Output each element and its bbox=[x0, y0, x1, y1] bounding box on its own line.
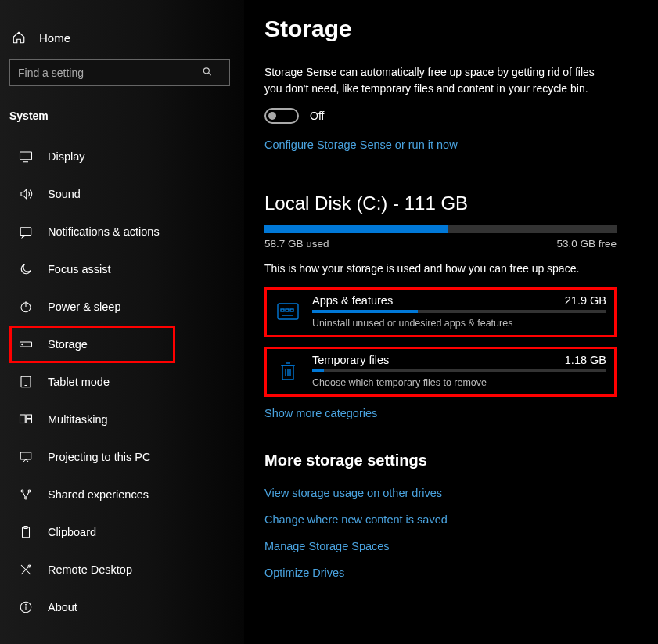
sidebar-item-sound[interactable]: Sound bbox=[9, 175, 235, 213]
remote-desktop-icon bbox=[18, 562, 34, 577]
view-storage-other-drives-link[interactable]: View storage usage on other drives bbox=[264, 487, 638, 499]
disk-free: 53.0 GB free bbox=[556, 238, 617, 250]
category-name: Apps & features bbox=[312, 294, 393, 307]
category-name: Temporary files bbox=[312, 354, 389, 366]
disk-heading: Local Disk (C:) - 111 GB bbox=[264, 192, 638, 214]
svg-rect-28 bbox=[281, 309, 284, 311]
sound-icon bbox=[18, 186, 34, 202]
disk-used: 58.7 GB used bbox=[264, 238, 329, 250]
sidebar-item-focus-assist[interactable]: Focus assist bbox=[9, 250, 235, 288]
trash-icon bbox=[275, 358, 301, 384]
storage-sense-toggle[interactable] bbox=[264, 108, 299, 124]
search-icon bbox=[202, 67, 213, 80]
sidebar-item-remote-desktop[interactable]: Remote Desktop bbox=[9, 551, 235, 588]
category-size: 21.9 GB bbox=[565, 294, 606, 307]
apps-icon bbox=[275, 298, 301, 325]
sidebar-item-display[interactable]: Display bbox=[9, 138, 235, 175]
sidebar-item-projecting[interactable]: Projecting to this PC bbox=[9, 438, 235, 476]
category-bar-fill bbox=[312, 369, 324, 372]
sidebar-item-power-sleep[interactable]: Power & sleep bbox=[9, 288, 235, 326]
optimize-drives-link[interactable]: Optimize Drives bbox=[264, 567, 638, 579]
shared-icon bbox=[18, 487, 34, 502]
svg-rect-15 bbox=[20, 452, 31, 459]
sidebar-item-label: Remote Desktop bbox=[48, 563, 132, 576]
change-content-save-link[interactable]: Change where new content is saved bbox=[264, 513, 638, 526]
sidebar-item-label: Sound bbox=[48, 188, 81, 200]
configure-storage-sense-link[interactable]: Configure Storage Sense or run it now bbox=[264, 139, 458, 151]
display-icon bbox=[18, 149, 34, 164]
disk-stats: 58.7 GB used 53.0 GB free bbox=[264, 238, 617, 250]
svg-rect-12 bbox=[20, 415, 26, 423]
svg-rect-2 bbox=[20, 152, 32, 160]
sidebar-item-label: Clipboard bbox=[48, 526, 96, 538]
svg-rect-13 bbox=[27, 415, 32, 419]
toggle-label: Off bbox=[310, 110, 324, 122]
disk-usage-fill bbox=[264, 225, 448, 233]
svg-point-9 bbox=[22, 344, 23, 345]
manage-storage-spaces-link[interactable]: Manage Storage Spaces bbox=[264, 540, 638, 552]
disk-usage-bar bbox=[264, 225, 617, 233]
sidebar-item-label: Focus assist bbox=[48, 263, 111, 275]
sidebar-item-label: Projecting to this PC bbox=[48, 451, 150, 463]
category-bar-fill bbox=[312, 310, 418, 313]
svg-point-18 bbox=[25, 497, 27, 499]
storage-sense-description: Storage Sense can automatically free up … bbox=[264, 64, 609, 97]
sidebar-item-label: Shared experiences bbox=[48, 488, 149, 501]
sidebar-item-shared-experiences[interactable]: Shared experiences bbox=[9, 476, 235, 513]
storage-icon bbox=[18, 336, 34, 352]
svg-rect-5 bbox=[20, 228, 31, 236]
category-apps-features[interactable]: Apps & features 21.9 GB Uninstall unused… bbox=[264, 287, 617, 337]
tablet-icon bbox=[18, 374, 34, 390]
category-subtitle: Uninstall unused or undesired apps & fea… bbox=[312, 318, 606, 329]
sidebar-item-label: Power & sleep bbox=[48, 300, 121, 313]
sidebar-item-label: Tablet mode bbox=[48, 376, 110, 388]
power-icon bbox=[18, 299, 34, 315]
svg-point-0 bbox=[203, 68, 209, 74]
about-icon bbox=[18, 599, 34, 615]
main-content: Storage Storage Sense can automatically … bbox=[244, 0, 658, 644]
show-more-categories-link[interactable]: Show more categories bbox=[264, 407, 377, 419]
svg-rect-29 bbox=[286, 309, 289, 311]
category-bar bbox=[312, 369, 606, 372]
sidebar-item-about[interactable]: About bbox=[9, 588, 235, 626]
more-settings-heading: More storage settings bbox=[264, 452, 638, 470]
category-body: Temporary files 1.18 GB Choose which tem… bbox=[312, 354, 606, 388]
more-settings-links: View storage usage on other drives Chang… bbox=[264, 487, 638, 579]
page-title: Storage bbox=[264, 16, 638, 42]
section-header: System bbox=[9, 105, 235, 138]
svg-point-17 bbox=[28, 490, 31, 492]
category-body: Apps & features 21.9 GB Uninstall unused… bbox=[312, 294, 606, 329]
storage-sense-toggle-row: Off bbox=[264, 108, 638, 124]
search-input[interactable] bbox=[9, 59, 230, 86]
sidebar-item-multitasking[interactable]: Multitasking bbox=[9, 401, 235, 438]
sidebar-item-clipboard[interactable]: Clipboard bbox=[9, 513, 235, 551]
sidebar-item-label: Notifications & actions bbox=[48, 225, 160, 238]
category-bar bbox=[312, 310, 606, 313]
sidebar-item-tablet-mode[interactable]: Tablet mode bbox=[9, 363, 235, 401]
sidebar: Home System Display Sound Notifications … bbox=[0, 0, 244, 644]
svg-line-1 bbox=[208, 73, 210, 75]
sidebar-item-label: About bbox=[48, 601, 77, 613]
sidebar-item-storage[interactable]: Storage bbox=[9, 326, 175, 363]
sidebar-item-label: Display bbox=[48, 150, 85, 163]
clipboard-icon bbox=[18, 524, 34, 540]
svg-rect-14 bbox=[27, 419, 32, 423]
svg-rect-30 bbox=[290, 309, 293, 311]
category-size: 1.18 GB bbox=[565, 354, 606, 366]
sidebar-item-label: Multitasking bbox=[48, 413, 108, 426]
search-box bbox=[9, 59, 235, 86]
focus-assist-icon bbox=[18, 261, 34, 277]
category-temporary-files[interactable]: Temporary files 1.18 GB Choose which tem… bbox=[264, 347, 617, 397]
svg-marker-4 bbox=[21, 189, 27, 199]
multitasking-icon bbox=[18, 412, 34, 427]
category-subtitle: Choose which temporary files to remove bbox=[312, 377, 606, 388]
home-link[interactable]: Home bbox=[9, 25, 235, 59]
sidebar-item-label: Storage bbox=[48, 338, 88, 351]
notifications-icon bbox=[18, 224, 34, 239]
nav-list: Display Sound Notifications & actions Fo… bbox=[9, 138, 235, 626]
projecting-icon bbox=[18, 449, 34, 465]
home-icon bbox=[11, 30, 27, 45]
home-label: Home bbox=[39, 31, 70, 45]
usage-description: This is how your storage is used and how… bbox=[264, 262, 638, 275]
sidebar-item-notifications[interactable]: Notifications & actions bbox=[9, 213, 235, 250]
